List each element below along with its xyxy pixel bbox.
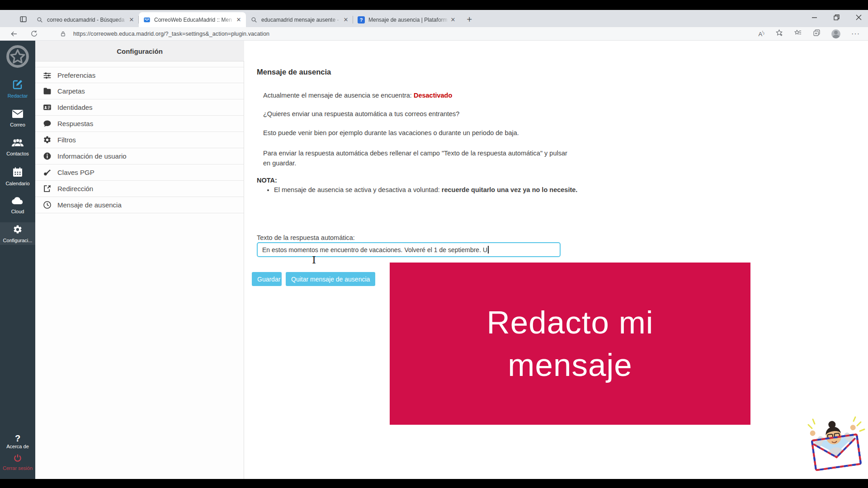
sidebar-item-configuracion[interactable]: Configuraci... (0, 222, 35, 245)
settings-item-redireccion[interactable]: Redirección (35, 181, 244, 197)
note-item: El mensaje de ausencia se activa y desac… (274, 186, 582, 193)
clock-icon (43, 201, 52, 209)
settings-item-filtros[interactable]: Filtros (35, 132, 244, 148)
chat-bubble-icon (43, 119, 52, 128)
intro-question: ¿Quieres enviar una respuesta automática… (263, 110, 459, 117)
sidebar-item-contactos[interactable]: Contactos (0, 136, 35, 158)
settings-item-carpetas[interactable]: Carpetas (35, 83, 244, 99)
window-controls (811, 10, 862, 25)
tab-search-mensaje[interactable]: educamadrid mensaje ausente - ✕ (246, 12, 353, 27)
favorites-bar-icon[interactable] (794, 29, 802, 38)
tab-title: educamadrid mensaje ausente - (261, 17, 342, 23)
mail-icon (12, 109, 24, 121)
sidebar-item-label: Contactos (6, 151, 29, 156)
power-icon (13, 454, 22, 465)
settings-title: Configuración (35, 41, 244, 61)
lock-icon[interactable] (57, 28, 69, 39)
page-title: Mensaje de ausencia (257, 68, 331, 76)
sidebar-item-label: Cerrar sesión (3, 465, 33, 471)
cloud-icon (11, 197, 24, 207)
tab-title: correo educamadrid - Búsqueda (47, 17, 128, 23)
close-icon[interactable]: ✕ (235, 16, 242, 23)
sidebar-item-acerca-de[interactable]: ? Acerca de (0, 432, 35, 452)
add-favorite-icon[interactable] (775, 29, 783, 38)
note-list: El mensaje de ausencia se activa y desac… (266, 186, 582, 193)
read-aloud-icon[interactable]: Aᵎ⁾ (758, 29, 764, 38)
settings-item-label: Redirección (57, 185, 93, 192)
back-icon[interactable] (8, 28, 20, 39)
sidebar-item-calendario[interactable]: Calendario (0, 164, 35, 188)
educamadrid-logo (5, 44, 30, 70)
question-favicon: ? (358, 16, 365, 23)
settings-item-identidades[interactable]: Identidades (35, 99, 244, 116)
intro-tip: Esto puede venir bien por ejemplo durant… (263, 129, 519, 136)
close-icon[interactable]: ✕ (449, 16, 457, 23)
settings-item-label: Respuestas (57, 120, 93, 127)
address-bar[interactable]: https://correoweb.educa.madrid.org/?_tas… (73, 31, 269, 37)
letterbox-bottom (0, 479, 868, 488)
remove-vacation-button[interactable]: Quitar mensaje de ausencia (286, 272, 375, 286)
help-icon: ? (15, 434, 20, 443)
refresh-icon[interactable] (28, 28, 40, 39)
sidebar-item-label: Calendario (5, 181, 29, 186)
menu-dots-icon[interactable]: ··· (851, 30, 860, 38)
intro-howto: Para enviar la respuesta automática debe… (263, 148, 575, 169)
video-overlay: Redacto mi mensaje (390, 263, 750, 425)
sidebar-item-cloud[interactable]: Cloud (0, 194, 35, 216)
new-tab-button[interactable]: ＋ (463, 13, 476, 25)
sidebar-item-redactar[interactable]: Redactar (0, 77, 35, 100)
settings-item-label: Claves PGP (57, 169, 94, 176)
overlay-line: mensaje (508, 344, 632, 386)
tab-plataforma-ayuda[interactable]: ? Mensaje de ausencia | Plataform ✕ (353, 12, 460, 27)
browser-window: correo educamadrid - Búsqueda ✕ CorreoWe… (0, 0, 868, 488)
status-badge: Desactivado (414, 92, 452, 99)
tab-strip: correo educamadrid - Búsqueda ✕ CorreoWe… (0, 10, 868, 27)
task-sidebar: Redactar Correo Contactos Calendario (0, 41, 35, 479)
mail-favicon (143, 16, 151, 23)
settings-item-claves-pgp[interactable]: Claves PGP (35, 164, 244, 181)
search-icon (36, 16, 43, 23)
browser-toolbar: https://correoweb.educa.madrid.org/?_tas… (0, 27, 868, 41)
settings-item-respuestas[interactable]: Respuestas (35, 116, 244, 132)
app-content: Redactar Correo Contactos Calendario (0, 41, 868, 479)
folder-icon (43, 87, 52, 95)
tab-search-correo[interactable]: correo educamadrid - Búsqueda ✕ (32, 12, 139, 27)
close-icon[interactable]: ✕ (128, 16, 135, 23)
sidebar-item-correo[interactable]: Correo (0, 107, 35, 129)
letterbox-top (0, 0, 868, 10)
settings-item-label: Preferencias (57, 71, 95, 79)
tab-list-icon[interactable] (17, 13, 29, 25)
contacts-icon (11, 138, 24, 150)
autoreply-text-input[interactable]: En estos momentos me encuentro de vacaci… (257, 242, 561, 257)
gear-icon (13, 225, 23, 236)
sidebar-item-label: Cloud (11, 209, 24, 214)
close-window-button[interactable] (856, 14, 862, 20)
info-icon (43, 152, 52, 160)
tab-correoweb-active[interactable]: CorreoWeb EducaMadrid :: Men ✕ (139, 12, 246, 27)
vacation-settings-panel: Mensaje de ausencia Actualmente el mensa… (244, 41, 868, 479)
settings-item-label: Filtros (57, 136, 76, 144)
close-icon[interactable]: ✕ (342, 16, 349, 23)
settings-item-preferencias[interactable]: Preferencias (35, 67, 244, 83)
collections-icon[interactable] (813, 29, 821, 38)
minimize-button[interactable] (811, 14, 817, 20)
settings-item-label: Carpetas (57, 87, 85, 95)
search-icon (250, 16, 258, 23)
overlay-line: Redacto mi (486, 301, 653, 344)
profile-avatar[interactable] (831, 29, 840, 38)
restore-button[interactable] (834, 14, 840, 20)
autoreply-field-label: Texto de la respuesta automática: (257, 234, 355, 241)
sliders-icon (43, 71, 52, 80)
note-label: NOTA: (257, 177, 277, 184)
settings-menu-panel: Preferencias Carpetas Identidades Respue… (35, 61, 244, 479)
save-button[interactable]: Guardar (252, 272, 282, 286)
sidebar-item-label: Redactar (8, 93, 28, 99)
settings-item-informacion-usuario[interactable]: Información de usuario (35, 148, 244, 164)
compose-icon (12, 79, 23, 92)
gear-icon (43, 136, 52, 144)
calendar-icon (12, 167, 23, 179)
settings-item-mensaje-ausencia[interactable]: Mensaje de ausencia (35, 197, 244, 213)
text-caret (488, 246, 489, 253)
text-cursor-pointer: I (312, 255, 316, 265)
sidebar-item-cerrar-sesion[interactable]: Cerrar sesión (0, 452, 35, 474)
